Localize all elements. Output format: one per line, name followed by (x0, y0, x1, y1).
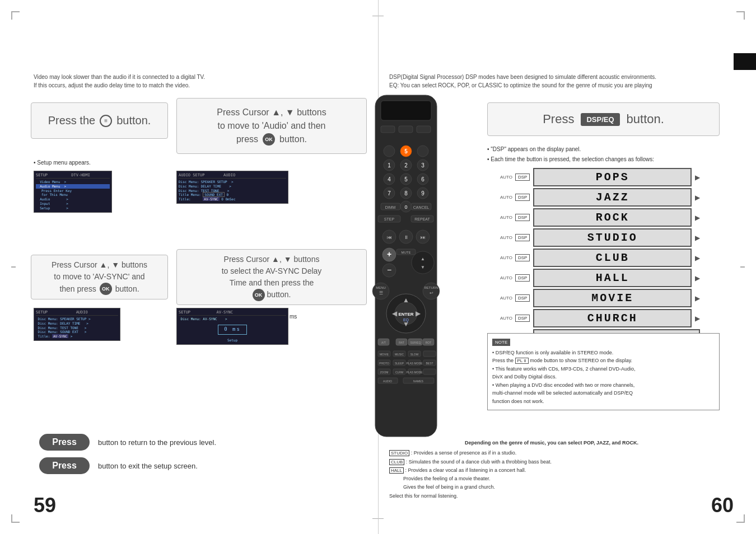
screen3-container: SETUP AUDIO Disc Menu: SPEAKER SETUP > D… (34, 308, 120, 341)
svg-text:9: 9 (421, 190, 424, 196)
sec3-suffix: button. (115, 283, 139, 295)
svg-text:RAT: RAT (399, 341, 404, 344)
svg-text:+: + (387, 250, 391, 259)
svg-text:5: 5 (404, 148, 408, 154)
svg-rect-80 (423, 351, 436, 357)
sec4-line4-container: OK button. (222, 289, 322, 301)
press-row-1: Press button to return to the previous l… (39, 434, 364, 451)
svg-text:7: 7 (388, 190, 391, 196)
page-number-right: 60 (711, 494, 734, 517)
sec2-line2: to move to 'Audio' and then (217, 119, 326, 133)
svg-text:☰: ☰ (379, 291, 383, 296)
svg-text:MUSIC: MUSIC (395, 353, 404, 356)
svg-text:CLRM: CLRM (395, 371, 403, 374)
svg-text:CANCEL: CANCEL (413, 205, 430, 209)
svg-text:EQ: EQ (403, 318, 409, 322)
sec3-line3-container: then press OK button. (52, 283, 147, 295)
svg-point-49 (412, 251, 434, 274)
svg-text:◀: ◀ (392, 310, 398, 317)
note4: DivX and Dolby Digital discs. (492, 373, 715, 381)
svg-text:ENTER: ENTER (398, 312, 413, 317)
screen2-container: AUDIO SETUP AUDIO Disc Menu: SPEAKER SET… (176, 171, 288, 204)
screen1: SETUP DTV-HDMI Video Menu > Audio Menu >… (34, 171, 112, 213)
svg-rect-3 (399, 126, 413, 133)
svg-text:1: 1 (388, 162, 391, 168)
side-mark-left (11, 266, 16, 268)
svg-text:0: 0 (404, 204, 407, 210)
svg-text:REPEAT: REPEAT (414, 217, 430, 221)
svg-text:BEST: BEST (426, 362, 433, 365)
sec4-line1: Press Cursor ▲, ▼ buttons (222, 254, 322, 265)
dsp-row-church: AUTO DSP CHURCH ▶ (487, 309, 700, 327)
note3: • This feature works with CDs, MP3-CDs, … (492, 365, 715, 373)
sec2-press-text: press (236, 133, 258, 146)
sec3-line2: to move to 'AV-SYNC' and (52, 271, 147, 283)
sec2-line1: Press Cursor ▲, ▼ buttons (217, 106, 326, 119)
svg-text:▲: ▲ (403, 296, 409, 304)
svg-text:↩: ↩ (430, 291, 433, 296)
note-icon: NOTE (492, 339, 510, 346)
side-mark-right (740, 266, 745, 268)
bottom-notes-right: Depending on the genre of music, you can… (389, 439, 714, 500)
svg-text:⏮: ⏮ (387, 235, 392, 240)
dsp-row-rock: AUTO DSP ROCK ▶ (487, 208, 700, 227)
enter-icon-2: OK (100, 283, 112, 295)
black-bar-right (734, 53, 756, 70)
press-box-right: Press DSP/EQ button. (487, 102, 720, 136)
svg-text:SLOW: SLOW (410, 353, 419, 356)
svg-text:A/T: A/T (381, 341, 386, 344)
press2-desc: button to exit the setup screen. (98, 462, 198, 470)
bottom-notes-title: Depending on the genre of music, you can… (389, 439, 714, 447)
svg-text:4: 4 (388, 176, 391, 182)
press-btn-2[interactable]: Press (39, 457, 90, 474)
note5: • When playing a DVD disc encoded with t… (492, 381, 715, 389)
svg-text:DIMM: DIMM (385, 205, 396, 209)
dsp-row-movie: AUTO DSP MOVIE ▶ (487, 289, 700, 307)
svg-rect-2 (381, 126, 395, 133)
top-note-right-line2: EQ: You can select ROCK, POP, or CLASSIC… (389, 81, 725, 90)
svg-text:−: − (387, 265, 391, 274)
sec1-box: Press the ≡ button. (31, 102, 168, 139)
right-bullet2: • Each time the button is pressed, the s… (487, 154, 654, 165)
svg-text:RETURN: RETURN (424, 286, 438, 289)
sec4-line3: Time and then press the (222, 277, 322, 289)
sec4-text: Press Cursor ▲, ▼ buttons to select the … (222, 254, 322, 301)
screen1-container: SETUP DTV-HDMI Video Menu > Audio Menu >… (34, 171, 112, 213)
sec4-box: Press Cursor ▲, ▼ buttons to select the … (176, 249, 367, 305)
sec1-button-text: button. (116, 114, 151, 127)
press-row-2: Press button to exit the setup screen. (39, 457, 364, 474)
svg-text:SLEEP: SLEEP (395, 362, 404, 365)
sec2-text: Press Cursor ▲, ▼ buttons to move to 'Au… (217, 106, 326, 146)
press-btn-1[interactable]: Press (39, 434, 90, 451)
sec2-suffix: button. (279, 133, 307, 146)
svg-text:SUR/EQ: SUR/EQ (410, 341, 421, 344)
screen4: SETUP AV-SYNC Disc Menu: AV-SYNC > 0 ms … (176, 308, 288, 345)
svg-text:6: 6 (421, 176, 424, 182)
dsp-row-club: AUTO DSP CLUB ▶ (487, 249, 700, 267)
svg-text:⏸: ⏸ (404, 235, 409, 240)
bullet1: • Setup menu appears. (34, 160, 91, 166)
dsp-row-pops: AUTO DSP POPS ▶ (487, 168, 700, 186)
svg-text:▶: ▶ (416, 310, 421, 317)
svg-text:ZOOM: ZOOM (380, 371, 389, 374)
bottom-note-4: Provides the feeling of a movie theater. (389, 475, 714, 483)
dsp-row-jazz: AUTO DSP JAZZ ▶ (487, 188, 700, 207)
dsp-table: AUTO DSP POPS ▶ AUTO DSP JAZZ ▶ AUTO DSP… (487, 168, 700, 349)
corner-tr (736, 11, 745, 20)
corner-bl (11, 514, 20, 523)
sec4-suffix: button. (267, 289, 291, 301)
bottom-note-1: STUDIO : Provides a sense of presence as… (389, 449, 714, 457)
svg-text:3: 3 (421, 162, 424, 168)
sec2-box: Press Cursor ▲, ▼ buttons to move to 'Au… (176, 98, 367, 154)
svg-point-5 (384, 146, 395, 157)
top-note-right-line1: DSP(Digital Signal Processor) DSP modes … (389, 73, 725, 81)
svg-text:5: 5 (404, 176, 408, 182)
bullet1-text: • Setup menu appears. (34, 160, 91, 166)
press1-desc: button to return to the previous level. (98, 438, 216, 447)
top-note-left: Video may look slower than the audio if … (34, 73, 205, 90)
screen4-container: SETUP AV-SYNC Disc Menu: AV-SYNC > 0 ms … (176, 308, 288, 345)
top-note-left-line2: If this occurs, adjust the audio delay t… (34, 81, 205, 90)
press-bottom-area: Press button to return to the previous l… (39, 434, 364, 481)
remote-control: 5 1 2 3 4 5 6 7 8 9 DIMM 0 CAN (370, 92, 451, 445)
sec3-then-press: then press (59, 283, 96, 295)
